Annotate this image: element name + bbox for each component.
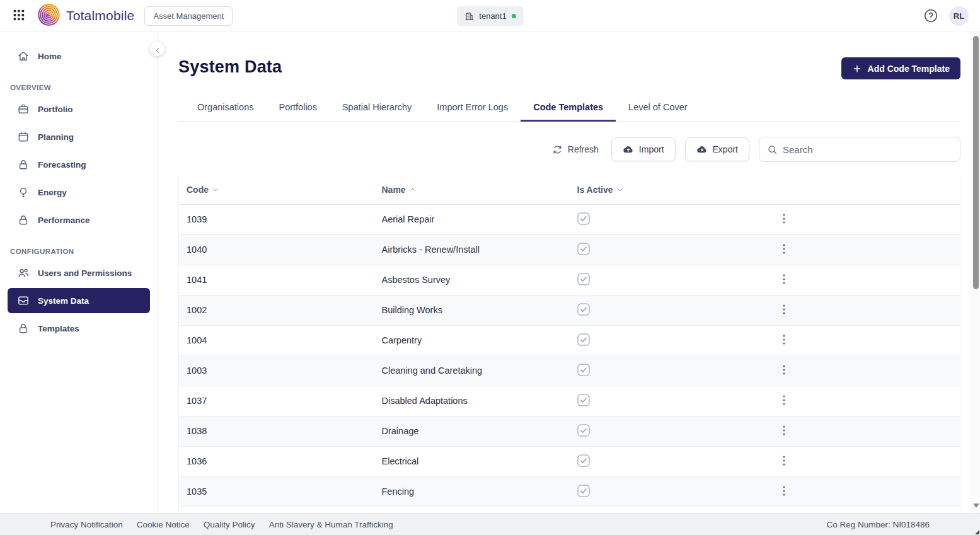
cell-actions bbox=[765, 204, 960, 234]
cell-code: 1036 bbox=[179, 446, 374, 476]
column-label: Is Active bbox=[577, 185, 613, 195]
row-actions-button[interactable] bbox=[776, 423, 792, 439]
cell-is-active bbox=[570, 416, 765, 446]
column-header-actions bbox=[765, 175, 960, 204]
is-active-checkbox[interactable] bbox=[577, 303, 590, 316]
kebab-icon bbox=[779, 247, 789, 256]
row-actions-button[interactable] bbox=[776, 212, 792, 227]
kebab-icon bbox=[779, 429, 789, 438]
row-actions-button[interactable] bbox=[776, 454, 792, 469]
tab-import-error-logs[interactable]: Import Error Logs bbox=[424, 93, 521, 121]
sidebar-section: CONFIGURATION Users and Permissions Syst… bbox=[0, 248, 158, 341]
tab-organisations[interactable]: Organisations bbox=[185, 93, 266, 121]
kebab-icon bbox=[779, 398, 789, 408]
is-active-checkbox[interactable] bbox=[577, 485, 590, 497]
user-avatar[interactable]: RL bbox=[949, 6, 969, 26]
brand-name: Totalmobile bbox=[66, 8, 134, 23]
add-code-template-button[interactable]: Add Code Template bbox=[841, 57, 960, 79]
refresh-button[interactable]: Refresh bbox=[552, 144, 599, 155]
search-input[interactable] bbox=[783, 144, 952, 155]
kebab-icon bbox=[779, 277, 789, 287]
column-header-is-active[interactable]: Is Active bbox=[570, 175, 765, 204]
row-actions-button[interactable] bbox=[776, 242, 792, 257]
sidebar-item-energy[interactable]: Energy bbox=[8, 180, 150, 205]
column-label: Name bbox=[382, 185, 406, 195]
app-launcher-button[interactable] bbox=[10, 8, 26, 24]
lock-icon bbox=[17, 158, 30, 171]
is-active-checkbox[interactable] bbox=[577, 273, 590, 285]
table-header-row: Code Name Is Active bbox=[179, 175, 960, 204]
tab-portfolios[interactable]: Portfolios bbox=[266, 93, 329, 121]
tab-label: Level of Cover bbox=[628, 102, 688, 112]
tab-label: Code Templates bbox=[533, 102, 603, 112]
is-active-checkbox[interactable] bbox=[577, 454, 590, 467]
footer-link-anti-slavery-human-trafficking[interactable]: Anti Slavery & Human Trafficking bbox=[269, 520, 393, 529]
product-switcher-button[interactable]: Asset Management bbox=[144, 6, 233, 26]
row-actions-button[interactable] bbox=[776, 393, 792, 408]
sidebar-item-forecasting[interactable]: Forecasting bbox=[8, 152, 150, 177]
cell-name: Asbestos Survey bbox=[374, 265, 570, 295]
tab-level-of-cover[interactable]: Level of Cover bbox=[616, 93, 700, 121]
is-active-checkbox[interactable] bbox=[577, 424, 590, 437]
footer: Privacy Notification Cookie Notice Quali… bbox=[0, 513, 980, 535]
is-active-checkbox[interactable] bbox=[577, 243, 590, 255]
calendar-icon bbox=[17, 130, 30, 143]
cell-is-active bbox=[570, 386, 765, 416]
cell-name: Carpentry bbox=[374, 325, 570, 355]
lock-icon bbox=[17, 322, 30, 335]
scrollbar-down-arrow[interactable] bbox=[973, 503, 979, 508]
sidebar-section: OVERVIEW Portfolio Planning Forecasting … bbox=[0, 84, 158, 233]
scrollbar-thumb[interactable] bbox=[973, 36, 979, 289]
archive-icon bbox=[17, 294, 30, 307]
cell-is-active bbox=[570, 295, 765, 325]
sidebar-item-portfolio[interactable]: Portfolio bbox=[8, 96, 150, 122]
tab-spatial-hierarchy[interactable]: Spatial Hierarchy bbox=[330, 93, 424, 121]
cell-actions bbox=[765, 476, 960, 507]
footer-link-quality-policy[interactable]: Quality Policy bbox=[204, 520, 255, 529]
cloud-download-icon bbox=[696, 144, 708, 155]
row-actions-button[interactable] bbox=[776, 272, 792, 287]
tab-code-templates[interactable]: Code Templates bbox=[521, 93, 616, 121]
import-button[interactable]: Import bbox=[611, 137, 676, 161]
sidebar-item-templates[interactable]: Templates bbox=[8, 316, 150, 341]
sidebar-section-label: OVERVIEW bbox=[10, 84, 147, 91]
export-button[interactable]: Export bbox=[685, 137, 749, 161]
cell-name: Aerial Repair bbox=[374, 204, 570, 234]
sidebar-section-items: Portfolio Planning Forecasting Energy Pe… bbox=[0, 96, 158, 233]
cell-is-active bbox=[570, 204, 765, 234]
table-row: 1038 Drainage bbox=[179, 416, 960, 446]
help-button[interactable] bbox=[923, 8, 938, 23]
refresh-icon bbox=[552, 144, 563, 155]
sidebar-item-label: Users and Permissions bbox=[38, 268, 132, 278]
cell-code: 1002 bbox=[179, 295, 374, 325]
footer-link-privacy-notification[interactable]: Privacy Notification bbox=[50, 520, 123, 529]
users-icon bbox=[17, 267, 30, 279]
sidebar: Home OVERVIEW Portfolio Planning Forecas… bbox=[0, 32, 158, 513]
tenant-selector[interactable]: tenant1 bbox=[456, 6, 523, 26]
column-header-name[interactable]: Name bbox=[374, 175, 570, 204]
cell-name: Fencing bbox=[374, 476, 570, 507]
row-actions-button[interactable] bbox=[776, 333, 792, 348]
sidebar-item-performance[interactable]: Performance bbox=[8, 207, 150, 233]
cell-is-active bbox=[570, 265, 765, 295]
app-body: Home OVERVIEW Portfolio Planning Forecas… bbox=[0, 32, 980, 513]
is-active-checkbox[interactable] bbox=[577, 364, 590, 376]
cell-name: Airbricks - Renew/Install bbox=[374, 234, 570, 265]
row-actions-button[interactable] bbox=[776, 484, 792, 499]
is-active-checkbox[interactable] bbox=[577, 212, 590, 225]
tab-label: Portfolios bbox=[279, 102, 316, 112]
co-reg-number: Co Reg Number: NI018486 bbox=[826, 520, 930, 529]
sidebar-item-label: Performance bbox=[38, 216, 90, 225]
sidebar-item-planning[interactable]: Planning bbox=[8, 124, 150, 149]
bulb-icon bbox=[17, 186, 30, 198]
row-actions-button[interactable] bbox=[776, 302, 792, 318]
footer-link-cookie-notice[interactable]: Cookie Notice bbox=[137, 520, 190, 529]
is-active-checkbox[interactable] bbox=[577, 333, 590, 346]
row-actions-button[interactable] bbox=[776, 363, 792, 378]
sidebar-collapse-button[interactable] bbox=[150, 42, 164, 56]
sidebar-item-users-and-permissions[interactable]: Users and Permissions bbox=[8, 260, 150, 285]
sidebar-item-system-data[interactable]: System Data bbox=[8, 288, 150, 313]
sidebar-item-home[interactable]: Home bbox=[8, 43, 150, 69]
column-header-code[interactable]: Code bbox=[179, 175, 374, 204]
is-active-checkbox[interactable] bbox=[577, 394, 590, 406]
